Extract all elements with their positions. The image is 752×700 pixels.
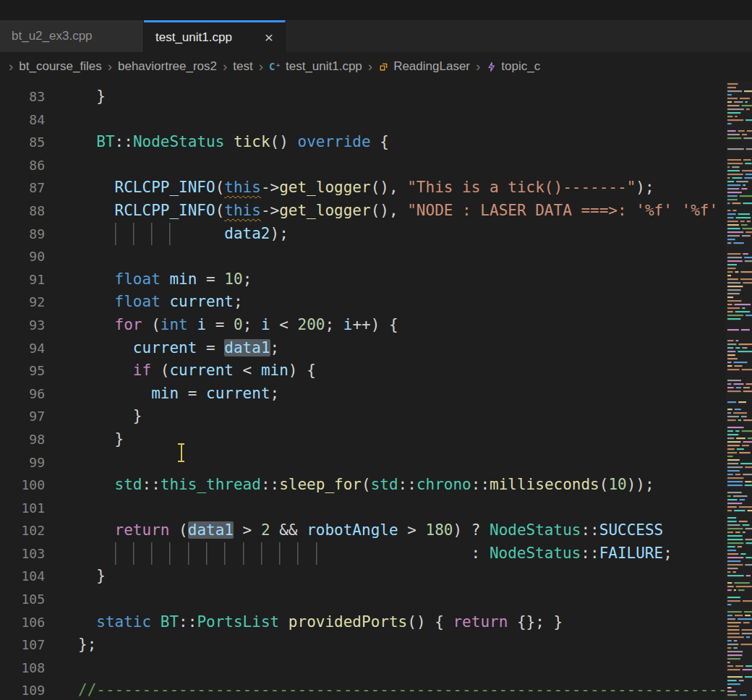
code-token: current xyxy=(169,362,234,379)
code-token: 10 xyxy=(224,270,242,288)
breadcrumb-item-bt_course_files[interactable]: bt_course_files xyxy=(19,59,101,74)
line-number[interactable]: 88 xyxy=(0,200,45,223)
code-token: ; xyxy=(325,316,343,333)
line-number[interactable]: 92 xyxy=(0,291,45,314)
line-number[interactable]: 109 xyxy=(0,679,45,700)
tab-bt_u2_ex3-cpp[interactable]: bt_u2_ex3.cpp xyxy=(0,20,144,52)
line-number[interactable]: 100 xyxy=(0,474,45,497)
code-line[interactable]: 85 BT::NodeStatus tick() override { xyxy=(0,131,752,154)
line-number[interactable]: 104 xyxy=(0,565,45,588)
code-line[interactable]: 87 RCLCPP_INFO(this->get_logger(), "This… xyxy=(0,176,752,200)
code-line[interactable]: 88 RCLCPP_INFO(this->get_logger(), "NODE… xyxy=(0,200,752,223)
code-line[interactable]: 84 xyxy=(0,108,752,132)
code-line[interactable]: 105 xyxy=(0,588,752,611)
breadcrumb-item-behaviortree_ros2[interactable]: behaviortree_ros2 xyxy=(118,59,217,74)
line-content xyxy=(45,108,752,132)
code-token: ( xyxy=(169,521,187,539)
code-token: :: xyxy=(471,476,490,493)
line-number[interactable]: 85 xyxy=(0,131,45,154)
code-token xyxy=(161,293,170,310)
line-number[interactable]: 86 xyxy=(0,154,45,177)
line-content xyxy=(45,154,752,177)
code-line[interactable]: 104 } xyxy=(0,565,752,588)
code-line[interactable]: 107}; xyxy=(0,633,752,657)
code-line[interactable]: 100 std::this_thread::sleep_for(std::chr… xyxy=(0,474,752,497)
code-token: {}; } xyxy=(508,613,563,631)
code-line[interactable]: 83 } xyxy=(0,85,752,108)
code-line[interactable]: 109//-----------------------------------… xyxy=(0,679,752,700)
minimap[interactable] xyxy=(726,81,752,700)
editor[interactable]: 83 }8485 BT::NodeStatus tick() override … xyxy=(0,81,752,700)
line-number[interactable]: 90 xyxy=(0,245,45,268)
code-line[interactable]: 99 xyxy=(0,451,752,474)
code-token: min xyxy=(169,270,197,288)
code-line[interactable]: 89 data2); xyxy=(0,223,752,246)
code-line[interactable]: 90 xyxy=(0,245,752,268)
code-line[interactable]: 101 xyxy=(0,497,752,520)
code-line[interactable]: 94 current = data1; xyxy=(0,337,752,360)
close-icon[interactable]: × xyxy=(265,30,273,45)
line-number[interactable]: 97 xyxy=(0,405,45,428)
code-token: "NODE : LASER DATA ===>: '%f' '%f' xyxy=(407,202,718,219)
breadcrumb-item-ReadingLaser[interactable]: ReadingLaser xyxy=(378,59,470,74)
code-line[interactable]: 95 if (current < min) { xyxy=(0,359,752,383)
code-area[interactable]: 83 }8485 BT::NodeStatus tick() override … xyxy=(0,81,752,700)
chevron-right-icon: › xyxy=(476,59,480,74)
line-content: }; xyxy=(45,633,752,657)
code-token: ) ? xyxy=(453,521,490,539)
code-token: "This is a tick()-------" xyxy=(407,179,636,196)
code-token xyxy=(279,613,289,631)
line-number[interactable]: 101 xyxy=(0,497,45,520)
code-token xyxy=(78,476,115,493)
code-line[interactable]: 103 : NodeStatus::FAILURE; xyxy=(0,542,752,565)
code-line[interactable]: 86 xyxy=(0,154,752,177)
line-number[interactable]: 108 xyxy=(0,657,45,680)
line-number[interactable]: 95 xyxy=(0,359,45,383)
line-number[interactable]: 89 xyxy=(0,223,45,246)
code-token: BT xyxy=(96,133,114,150)
breadcrumb-item-test_unit1.cpp[interactable]: C⁺test_unit1.cpp xyxy=(269,59,362,74)
code-line[interactable]: 106 static BT::PortsList providedPorts()… xyxy=(0,611,752,634)
line-number[interactable]: 94 xyxy=(0,337,45,360)
line-number[interactable]: 105 xyxy=(0,588,45,611)
code-token: NodeStatus xyxy=(490,545,581,562)
breadcrumb-item-test[interactable]: test xyxy=(233,59,252,74)
code-line[interactable]: 93 for (int i = 0; i < 200; i++) { xyxy=(0,314,752,337)
code-line[interactable]: 98 } xyxy=(0,428,752,451)
line-number[interactable]: 98 xyxy=(0,428,45,451)
code-token: i xyxy=(343,316,353,333)
line-number[interactable]: 103 xyxy=(0,542,45,565)
line-number[interactable]: 99 xyxy=(0,451,45,474)
code-token: = xyxy=(197,339,224,357)
line-number[interactable]: 91 xyxy=(0,268,45,291)
code-line[interactable]: 102 return (data1 > 2 && robotAngle > 18… xyxy=(0,519,752,542)
indent-guide xyxy=(224,542,242,565)
line-number[interactable]: 83 xyxy=(0,85,45,108)
breadcrumb-label: behaviortree_ros2 xyxy=(118,59,217,74)
line-number[interactable]: 107 xyxy=(0,633,45,657)
code-token xyxy=(188,316,197,333)
line-number[interactable]: 106 xyxy=(0,611,45,634)
code-token xyxy=(188,225,225,242)
code-token: this xyxy=(224,179,261,196)
breadcrumb-item-topic_c[interactable]: topic_c xyxy=(486,59,540,74)
code-token: 180 xyxy=(426,521,453,539)
code-token: )); xyxy=(627,476,654,493)
line-number[interactable]: 102 xyxy=(0,519,45,542)
line-number[interactable]: 93 xyxy=(0,314,45,337)
indent-guide xyxy=(261,542,279,565)
code-line[interactable]: 108 xyxy=(0,657,752,680)
code-line[interactable]: 92 float current; xyxy=(0,291,752,314)
code-token: (), xyxy=(371,202,408,219)
code-line[interactable]: 96 min = current; xyxy=(0,383,752,406)
tab-test_unit1-cpp[interactable]: test_unit1.cpp × xyxy=(144,20,286,52)
indent-guide xyxy=(151,223,169,246)
code-line[interactable]: 91 float min = 10; xyxy=(0,268,752,291)
line-number[interactable]: 84 xyxy=(0,108,45,132)
code-line[interactable]: 97 } xyxy=(0,405,752,428)
code-token: min xyxy=(261,362,289,379)
line-number[interactable]: 87 xyxy=(0,176,45,200)
breadcrumb-label: test_unit1.cpp xyxy=(286,59,362,74)
line-number[interactable]: 96 xyxy=(0,383,45,406)
code-token: ); xyxy=(636,179,654,196)
